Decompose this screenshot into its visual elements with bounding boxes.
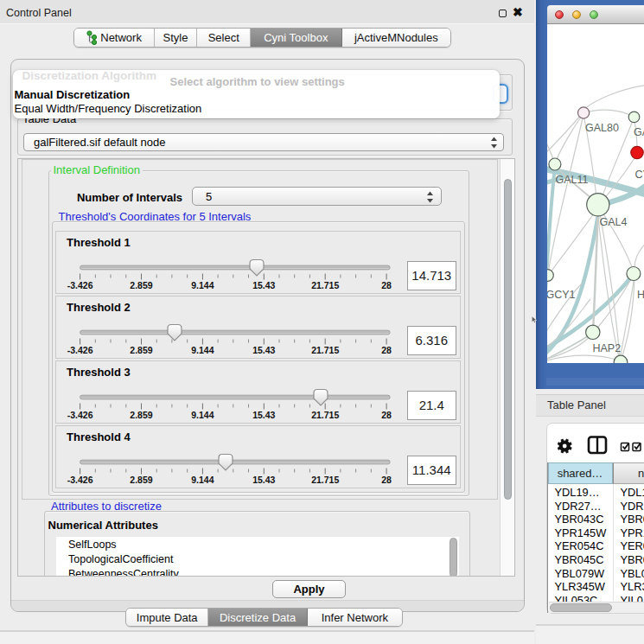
svg-text:21.715: 21.715 <box>311 475 339 485</box>
svg-text:GAL4: GAL4 <box>599 216 627 228</box>
svg-text:2.859: 2.859 <box>130 475 152 485</box>
svg-text:9.144: 9.144 <box>191 475 214 485</box>
svg-text:GAL80: GAL80 <box>585 122 619 134</box>
svg-text:28: 28 <box>381 345 392 355</box>
svg-text:21.715: 21.715 <box>311 280 339 290</box>
svg-text:2.859: 2.859 <box>130 280 152 290</box>
svg-text:15.43: 15.43 <box>252 280 275 290</box>
svg-text:-3.426: -3.426 <box>67 410 93 420</box>
svg-text:9.144: 9.144 <box>191 345 214 355</box>
svg-text:21.715: 21.715 <box>311 410 339 420</box>
svg-text:GCY1: GCY1 <box>547 289 576 301</box>
svg-text:-3.426: -3.426 <box>67 475 93 485</box>
svg-text:28: 28 <box>381 410 392 420</box>
svg-text:-3.426: -3.426 <box>67 280 93 290</box>
svg-text:9.144: 9.144 <box>191 410 214 420</box>
svg-text:15.43: 15.43 <box>252 345 275 355</box>
svg-text:HAP2: HAP2 <box>592 342 621 354</box>
svg-text:GAL: GAL <box>634 126 644 138</box>
svg-text:9.144: 9.144 <box>191 280 214 290</box>
svg-text:CY: CY <box>634 169 644 181</box>
svg-text:21.715: 21.715 <box>311 345 339 355</box>
svg-text:2.859: 2.859 <box>130 410 152 420</box>
svg-text:15.43: 15.43 <box>252 475 275 485</box>
svg-text:-3.426: -3.426 <box>67 345 93 355</box>
svg-text:28: 28 <box>381 280 392 290</box>
svg-text:2.859: 2.859 <box>130 345 152 355</box>
svg-text:28: 28 <box>381 475 392 485</box>
svg-text:15.43: 15.43 <box>252 410 275 420</box>
svg-text:GAL11: GAL11 <box>555 174 588 186</box>
svg-text:H: H <box>637 289 644 301</box>
